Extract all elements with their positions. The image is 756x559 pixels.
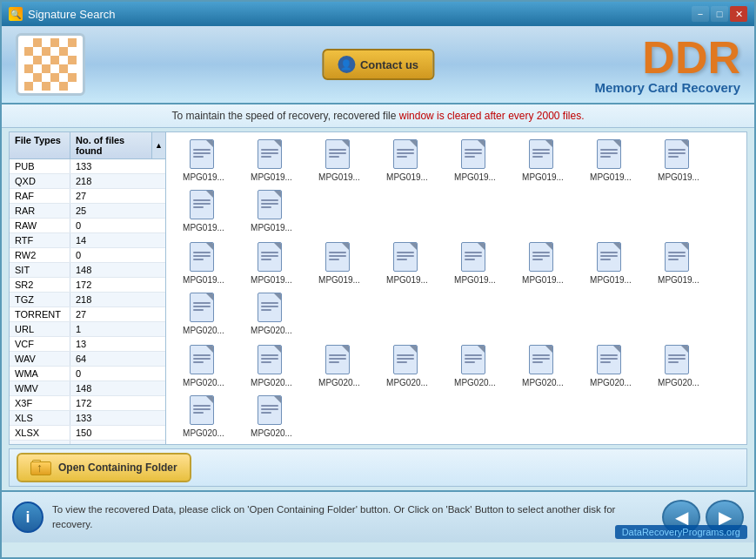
list-item[interactable]: MPG019... — [238, 239, 305, 289]
file-icon — [258, 190, 285, 221]
cell-filetype: RAF — [10, 189, 70, 203]
file-name: MPG020... — [590, 378, 632, 388]
file-grid-row: MPG019... MPG019... — [170, 239, 743, 340]
list-item[interactable]: MPG019... — [509, 136, 577, 186]
list-item[interactable]: MPG020... — [238, 392, 305, 442]
cell-count: 14 — [70, 233, 165, 247]
list-item[interactable]: MPG019... — [373, 239, 441, 289]
file-icon — [325, 345, 353, 376]
list-item[interactable]: MPG019... — [305, 136, 373, 186]
file-name: MPG019... — [318, 172, 360, 183]
file-name: MPG019... — [658, 275, 699, 286]
list-item[interactable]: MPG019... — [645, 136, 713, 186]
cell-count: 172 — [70, 396, 165, 410]
table-row[interactable]: WMA 0 — [10, 367, 165, 381]
table-header: File Types No. of files found ▲ — [10, 132, 165, 159]
list-item[interactable]: MPG019... — [441, 239, 509, 289]
list-item[interactable]: MPG020... — [170, 392, 238, 442]
table-row[interactable]: TGZ 218 — [10, 293, 165, 307]
file-icon — [190, 139, 217, 171]
cell-count: 148 — [70, 381, 165, 395]
list-item[interactable]: MPG020... — [509, 341, 577, 392]
list-item[interactable]: MPG020... — [577, 341, 645, 392]
file-name: MPG019... — [522, 172, 564, 183]
list-item[interactable]: MPG020... — [645, 341, 713, 392]
table-row[interactable]: PUB 133 — [10, 159, 165, 174]
table-row[interactable]: URL 1 — [10, 322, 165, 337]
list-item[interactable]: MPG019... — [170, 186, 238, 237]
cell-count: 27 — [70, 307, 165, 321]
table-row[interactable]: RAF 27 — [10, 189, 165, 204]
list-item[interactable]: MPG020... — [305, 341, 373, 392]
table-row[interactable]: WAV 64 — [10, 352, 165, 367]
file-icon — [190, 293, 217, 324]
file-icon — [325, 242, 353, 273]
file-name: MPG019... — [183, 275, 224, 286]
maximize-button[interactable]: □ — [711, 6, 728, 22]
table-row[interactable]: QXD 218 — [10, 174, 165, 189]
list-item[interactable]: MPG019... — [577, 239, 645, 289]
list-item[interactable]: MPG019... — [170, 136, 238, 186]
scroll-up-btn[interactable]: ▲ — [151, 132, 165, 158]
cell-count: 133 — [70, 159, 165, 173]
file-name: MPG020... — [318, 378, 360, 388]
list-item[interactable]: MPG019... — [373, 136, 441, 186]
table-row[interactable]: RAR 25 — [10, 204, 165, 219]
table-row[interactable]: X3F 172 — [10, 396, 165, 411]
file-name: MPG019... — [658, 172, 699, 183]
table-row[interactable]: RAW 0 — [10, 219, 165, 233]
cell-count: 133 — [70, 411, 165, 425]
file-icon — [461, 345, 489, 376]
list-item[interactable]: MPG020... — [441, 341, 509, 392]
list-item[interactable]: MPG019... — [441, 136, 509, 186]
table-row[interactable]: SIT 148 — [10, 263, 165, 278]
list-item[interactable]: MPG020... — [373, 341, 441, 392]
file-grid-row: MPG019... MPG019... — [170, 136, 743, 237]
table-row[interactable]: XLS 133 — [10, 411, 165, 426]
cell-count: 218 — [70, 174, 165, 188]
cell-filetype: VCF — [10, 337, 70, 351]
list-item[interactable]: MPG019... — [305, 239, 373, 289]
table-row[interactable]: XPS 218 — [10, 441, 165, 444]
file-types-table[interactable]: PUB 133 QXD 218 RAF 27 RAR 25 RAW 0 RTF … — [10, 159, 165, 444]
file-grid-panel[interactable]: MPG019... MPG019... — [166, 132, 746, 444]
list-item[interactable]: MPG020... — [238, 289, 305, 340]
table-row[interactable]: TORRENT 27 — [10, 307, 165, 322]
file-name: MPG019... — [318, 275, 360, 286]
cell-filetype: X3F — [10, 396, 70, 410]
file-name: MPG020... — [251, 326, 292, 336]
close-button[interactable]: ✕ — [730, 6, 747, 22]
folder-icon: ↑ — [30, 460, 51, 475]
file-name: MPG019... — [251, 172, 292, 183]
file-icon — [258, 395, 285, 427]
table-row[interactable]: RW2 0 — [10, 248, 165, 263]
minimize-button[interactable]: − — [692, 6, 709, 22]
list-item[interactable]: MPG019... — [170, 239, 238, 289]
file-name: MPG020... — [251, 428, 292, 439]
file-icon — [597, 139, 625, 171]
list-item[interactable]: MPG020... — [170, 289, 238, 340]
contact-button[interactable]: 👤 Contact us — [322, 49, 434, 80]
cell-count: 0 — [70, 248, 165, 262]
file-icon — [665, 139, 692, 171]
header: 👤 Contact us DDR Memory Card Recovery — [2, 26, 754, 104]
table-row[interactable]: RTF 14 — [10, 233, 165, 248]
table-row[interactable]: XLSX 150 — [10, 426, 165, 441]
table-row[interactable]: SR2 172 — [10, 278, 165, 293]
open-folder-button[interactable]: ↑ Open Containing Folder — [17, 453, 191, 482]
cell-filetype: WAV — [10, 352, 70, 366]
list-item[interactable]: MPG019... — [645, 239, 713, 289]
list-item[interactable]: MPG019... — [577, 136, 645, 186]
table-row[interactable]: VCF 13 — [10, 337, 165, 352]
file-icon — [529, 242, 557, 273]
list-item[interactable]: MPG020... — [170, 341, 238, 392]
open-folder-bar: ↑ Open Containing Folder — [9, 448, 747, 487]
list-item[interactable]: MPG020... — [238, 341, 305, 392]
footer-text: To view the recovered Data, please click… — [52, 502, 653, 533]
table-row[interactable]: WMV 148 — [10, 381, 165, 396]
list-item[interactable]: MPG019... — [238, 186, 305, 237]
list-item[interactable]: MPG019... — [238, 136, 305, 186]
list-item[interactable]: MPG019... — [509, 239, 577, 289]
cell-filetype: QXD — [10, 174, 70, 188]
file-name: MPG020... — [251, 378, 292, 388]
